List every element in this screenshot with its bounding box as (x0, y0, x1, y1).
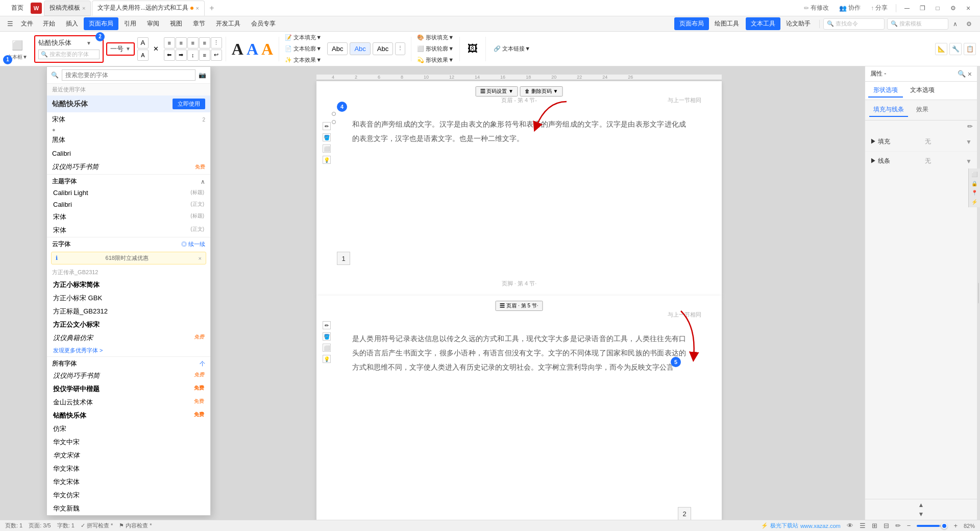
right-subtab-fill[interactable]: 填充与线条 (869, 103, 908, 117)
btn-share[interactable]: ↑分享 (866, 2, 893, 14)
statusbar-layout-btn3[interactable]: ⊟ (884, 522, 889, 529)
btn-edit[interactable]: ✏有修改 (799, 2, 834, 14)
btn-restore[interactable]: ❐ (915, 2, 930, 15)
menu-tab-page-layout[interactable]: 页面布局 (84, 17, 118, 30)
menu-tab-view[interactable]: 视图 (165, 17, 187, 30)
menu-tab-open-icon[interactable]: ☰ (4, 18, 16, 30)
menu-tab-insert[interactable]: 插入 (61, 17, 83, 30)
big-A-black[interactable]: A (232, 41, 243, 57)
btn-ribbon-settings[interactable]: ⚙ (962, 18, 976, 30)
menu-tab-member[interactable]: 会员专享 (246, 17, 281, 30)
toolbar-extra-3[interactable]: 📋 (964, 43, 976, 55)
image-wrap-btn[interactable]: 🖼 (463, 41, 482, 57)
right-subtab-effect[interactable]: 效果 (912, 103, 933, 117)
font-item-calibri[interactable]: Calibri (47, 147, 210, 160)
right-edge-btn-1[interactable]: ⬜ (971, 171, 978, 178)
right-scroll-down[interactable]: ▼ (869, 511, 973, 518)
right-panel-close-btn[interactable]: × (968, 70, 972, 78)
font-fz4[interactable]: 方正公文小标宋 (47, 318, 210, 331)
font-dropdown-search[interactable]: 🔍 📷 (47, 67, 210, 84)
btn-collab[interactable]: 👥协作 (834, 2, 866, 14)
right-edit-icon[interactable]: ✏ (967, 123, 973, 130)
font-item-songti[interactable]: 宋体 2 (47, 112, 210, 127)
textbox-icon[interactable]: ⬜ (9, 37, 26, 54)
font-name-selector[interactable]: 钻酷快乐体 ▼ 🔍搜索您要的字体 2 (34, 35, 104, 63)
right-panel-search-btn[interactable]: 🔍 (958, 70, 966, 78)
tab-close-1[interactable]: × (82, 5, 85, 11)
text-fill-btn[interactable]: 📝文本填充▼ (283, 33, 324, 42)
text-direction-btn[interactable]: ↩ (211, 50, 222, 61)
statusbar-layout-btn2[interactable]: ⊞ (872, 522, 877, 529)
abc-btn-1[interactable]: Abc (327, 42, 348, 55)
big-A-blue[interactable]: A (247, 41, 258, 57)
use-now-btn[interactable]: 立即使用 (173, 99, 205, 109)
font-calibri[interactable]: Calibri (正文) (47, 199, 210, 210)
btn-minimize[interactable]: ─ (899, 2, 915, 15)
sort-btn[interactable]: 个 (200, 360, 205, 368)
page-code-btn[interactable]: ☰ 页码设置 ▼ (476, 86, 518, 96)
right-edge-btn-2[interactable]: 🔒 (971, 180, 978, 187)
menu-tab-reference[interactable]: 引用 (119, 17, 141, 30)
shape-outline-btn[interactable]: ⬜形状轮廓▼ (415, 44, 456, 54)
left-tool-paint[interactable]: 🪣 (323, 133, 331, 141)
tab-templates[interactable]: 投稿壳模板 × (44, 1, 91, 16)
font-songti-body[interactable]: 宋体 (正文) (47, 224, 210, 237)
font-item-heiti[interactable]: 黑体 (47, 133, 210, 147)
right-resize-handle[interactable] (977, 66, 980, 520)
font-af5[interactable]: 仿宋 (47, 422, 210, 436)
left-tool-paint-2[interactable]: 🪣 (323, 332, 331, 341)
statusbar-zoom-bar[interactable] (917, 525, 947, 527)
align-justify-btn[interactable]: ≡ (199, 37, 210, 49)
line-expand[interactable]: ▼ (966, 158, 972, 165)
tab-close-2[interactable]: × (195, 5, 199, 11)
right-tab-shape[interactable]: 形状选项 (868, 84, 903, 98)
font-fz2[interactable]: 方正小标宋 GBK (47, 292, 210, 305)
statusbar-spell[interactable]: ✓拼写检查 * (81, 522, 113, 529)
font-af7[interactable]: 华文宋体 (47, 449, 210, 462)
font-item-hanyi[interactable]: 汉仪尚巧手书简 免费 (47, 160, 210, 174)
statusbar-zoom-out[interactable]: − (907, 522, 911, 529)
text-link-btn[interactable]: 🔗文本链接▼ (489, 44, 534, 54)
text-effect-btn[interactable]: ✨文本效果▼ (283, 55, 324, 65)
cloud-fonts-link[interactable]: ◎ 续一续 (181, 240, 205, 248)
font-calibri-light[interactable]: Calibri Light (标题) (47, 187, 210, 199)
menu-tab-home[interactable]: 开始 (38, 17, 60, 30)
collapse-btn[interactable]: ∧ (201, 178, 205, 185)
abc-btn-2[interactable]: Abc (350, 42, 370, 55)
menu-tab-draw-tools[interactable]: 绘图工具 (709, 17, 744, 30)
font-af11[interactable]: 华文新魏 (47, 502, 210, 515)
text-outline-btn[interactable]: 📄文本轮廓▼ (283, 44, 324, 54)
menu-tab-file[interactable]: 文件 (17, 17, 37, 30)
btn-collapse-ribbon[interactable]: ∧ (949, 18, 962, 30)
font-size-selector[interactable]: 一号 ▼ 3 (106, 42, 135, 56)
left-tool-bulb[interactable]: 💡 (323, 156, 331, 164)
font-af2[interactable]: 投仪学研中楷题 免费 (47, 382, 210, 396)
home-tab[interactable]: 首页 (4, 0, 31, 16)
add-tab-btn[interactable]: + (205, 1, 219, 15)
tab-document[interactable]: 文字是人类用符...远的方式和工具 × (92, 1, 204, 16)
abc-btn-3[interactable]: Abc (373, 42, 393, 55)
shape-fill-btn[interactable]: 🎨形状填充▼ (415, 33, 456, 42)
menu-tab-text-tools[interactable]: 文本工具 (746, 17, 780, 30)
font-size-increase[interactable]: A (137, 37, 149, 49)
promo-close-btn[interactable]: × (199, 255, 202, 261)
font-size-decrease[interactable]: A (137, 50, 149, 61)
menu-tab-review[interactable]: 审阅 (142, 17, 164, 30)
btn-close[interactable]: × (961, 2, 976, 15)
align-right-btn[interactable]: ≡ (187, 37, 199, 49)
font-af9[interactable]: 华文宋体 (47, 475, 210, 489)
delete-page-btn[interactable]: 🗑 删除页码 ▼ (520, 86, 562, 96)
font-fz1[interactable]: 方正小标宋简体 (47, 278, 210, 292)
distributed-btn[interactable]: ⋮ (211, 37, 222, 49)
align-left-btn[interactable]: ≡ (164, 37, 175, 49)
statusbar-zoom-in[interactable]: + (953, 522, 958, 529)
toolbar-extra-1[interactable]: 📐 (935, 43, 947, 55)
statusbar-edit-icon[interactable]: ✏ (895, 522, 901, 529)
font-fz3[interactable]: 方正标题_GB2312 (47, 305, 210, 318)
right-tab-text[interactable]: 文本选项 (905, 84, 940, 98)
statusbar-internal[interactable]: ⚑内容检查 * (119, 522, 152, 529)
search-command-input[interactable]: 🔍 查找命令 (823, 18, 885, 30)
menu-tab-page-layout-active[interactable]: 页面布局 (674, 17, 709, 30)
left-tool-frame[interactable]: ⬜ (323, 144, 331, 153)
font-fz5[interactable]: 汉仪典籍仿宋 免费 (47, 331, 210, 345)
